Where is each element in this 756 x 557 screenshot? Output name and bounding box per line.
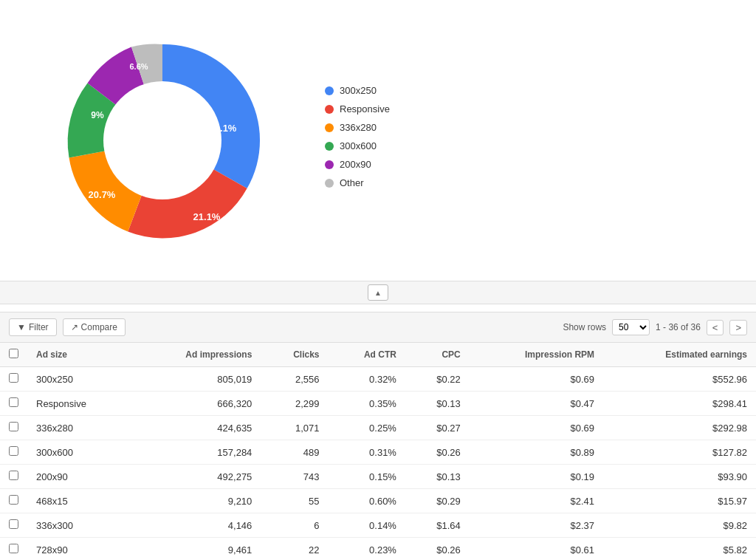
svg-point-0: [103, 81, 221, 199]
row-checkbox-0[interactable]: [9, 373, 18, 383]
chart-legend: 300x250 Responsive 336x280 300x600 200x9…: [325, 85, 390, 196]
cell-6-0[interactable]: [0, 513, 27, 538]
svg-text:6.6%: 6.6%: [129, 62, 148, 71]
cell-7-0[interactable]: [0, 538, 27, 558]
table-body: 300x250805,0192,5560.32%$0.22$0.69$552.9…: [0, 367, 756, 558]
cell-2-7: $292.98: [603, 416, 756, 440]
cell-0-1: 300x250: [27, 367, 131, 392]
filter-button[interactable]: ▼ Filter: [9, 318, 57, 336]
cell-4-0[interactable]: [0, 465, 27, 489]
cell-3-1: 300x600: [27, 440, 131, 465]
row-checkbox-2[interactable]: [9, 422, 18, 431]
cell-5-4: 0.60%: [329, 489, 405, 513]
col-header-3: Clicks: [261, 343, 328, 367]
cell-4-5: $0.13: [405, 465, 470, 489]
cell-7-2: 9,461: [131, 538, 261, 558]
col-header-2: Ad impressions: [131, 343, 261, 367]
cell-7-3: 22: [261, 538, 328, 558]
table-header: Ad sizeAd impressionsClicksAd CTRCPCImpr…: [0, 343, 756, 367]
legend-dot-responsive: [325, 105, 334, 114]
cell-1-0[interactable]: [0, 392, 27, 416]
compare-icon: ↗: [71, 322, 78, 332]
col-header-6: Impression RPM: [470, 343, 603, 367]
toolbar: ▼ Filter ↗ Compare Show rows 102550100 1…: [0, 312, 756, 343]
table-section: ▼ Filter ↗ Compare Show rows 102550100 1…: [0, 312, 756, 557]
prev-page-button[interactable]: <: [707, 320, 724, 335]
table-row: 336x280424,6351,0710.25%$0.27$0.69$292.9…: [0, 416, 756, 440]
header-row: Ad sizeAd impressionsClicksAd CTRCPCImpr…: [0, 343, 756, 367]
cell-2-3: 1,071: [261, 416, 328, 440]
compare-label: Compare: [81, 322, 117, 332]
cell-5-5: $0.29: [405, 489, 470, 513]
legend-label-300x250: 300x250: [340, 85, 377, 96]
legend-dot-336x280: [325, 123, 334, 132]
toolbar-right: Show rows 102550100 1 - 36 of 36 < >: [563, 319, 747, 335]
cell-0-3: 2,556: [261, 367, 328, 392]
filter-label: Filter: [29, 322, 49, 332]
cell-4-1: 200x90: [27, 465, 131, 489]
cell-1-6: $0.47: [470, 392, 603, 416]
cell-1-3: 2,299: [261, 392, 328, 416]
cell-0-5: $0.22: [405, 367, 470, 392]
legend-label-responsive: Responsive: [340, 103, 390, 115]
cell-2-0[interactable]: [0, 416, 27, 440]
cell-3-4: 0.31%: [329, 440, 405, 465]
donut-chart: 39.1% 21.1% 20.7% 9% 6.6%: [44, 22, 281, 259]
cell-7-4: 0.23%: [329, 538, 405, 558]
compare-button[interactable]: ↗ Compare: [63, 318, 126, 336]
row-checkbox-4[interactable]: [9, 471, 18, 480]
chart-section: 39.1% 21.1% 20.7% 9% 6.6% 300x250 Respon…: [0, 0, 756, 281]
rows-select[interactable]: 102550100: [612, 319, 650, 335]
collapse-section[interactable]: ▲: [0, 281, 756, 304]
legend-label-200x90: 200x90: [340, 159, 371, 170]
cell-1-4: 0.35%: [329, 392, 405, 416]
col-header-1: Ad size: [27, 343, 131, 367]
cell-0-7: $552.96: [603, 367, 756, 392]
cell-0-0[interactable]: [0, 367, 27, 392]
cell-0-4: 0.32%: [329, 367, 405, 392]
cell-6-1: 336x300: [27, 513, 131, 538]
legend-item-300x600: 300x600: [325, 140, 390, 151]
cell-4-2: 492,275: [131, 465, 261, 489]
table-row: Responsive666,3202,2990.35%$0.13$0.47$29…: [0, 392, 756, 416]
data-table: Ad sizeAd impressionsClicksAd CTRCPCImpr…: [0, 343, 756, 557]
cell-4-3: 743: [261, 465, 328, 489]
cell-6-5: $1.64: [405, 513, 470, 538]
cell-0-6: $0.69: [470, 367, 603, 392]
cell-6-7: $9.82: [603, 513, 756, 538]
cell-1-5: $0.13: [405, 392, 470, 416]
table-row: 728x909,461220.23%$0.26$0.61$5.82: [0, 538, 756, 558]
cell-3-7: $127.82: [603, 440, 756, 465]
cell-5-1: 468x15: [27, 489, 131, 513]
row-checkbox-7[interactable]: [9, 544, 18, 553]
cell-3-0[interactable]: [0, 440, 27, 465]
legend-label-300x600: 300x600: [340, 140, 377, 151]
cell-1-1: Responsive: [27, 392, 131, 416]
cell-4-4: 0.15%: [329, 465, 405, 489]
table-row: 300x600157,2844890.31%$0.26$0.89$127.82: [0, 440, 756, 465]
legend-item-responsive: Responsive: [325, 103, 390, 115]
col-header-4: Ad CTR: [329, 343, 405, 367]
legend-label-other: Other: [340, 177, 364, 188]
next-page-button[interactable]: >: [729, 320, 747, 335]
collapse-button[interactable]: ▲: [368, 284, 388, 301]
cell-2-4: 0.25%: [329, 416, 405, 440]
legend-dot-300x600: [325, 142, 334, 151]
cell-5-3: 55: [261, 489, 328, 513]
cell-5-6: $2.41: [470, 489, 603, 513]
row-checkbox-5[interactable]: [9, 495, 18, 505]
legend-item-336x280: 336x280: [325, 122, 390, 133]
cell-2-1: 336x280: [27, 416, 131, 440]
select-all-checkbox[interactable]: [9, 349, 18, 358]
legend-item-300x250: 300x250: [325, 85, 390, 96]
cell-5-7: $15.97: [603, 489, 756, 513]
cell-7-5: $0.26: [405, 538, 470, 558]
row-checkbox-3[interactable]: [9, 446, 18, 456]
cell-3-2: 157,284: [131, 440, 261, 465]
legend-label-336x280: 336x280: [340, 122, 377, 133]
row-checkbox-1[interactable]: [9, 397, 18, 407]
table-row: 336x3004,14660.14%$1.64$2.37$9.82: [0, 513, 756, 538]
row-checkbox-6[interactable]: [9, 519, 18, 529]
cell-5-0[interactable]: [0, 489, 27, 513]
svg-text:21.1%: 21.1%: [193, 211, 221, 222]
